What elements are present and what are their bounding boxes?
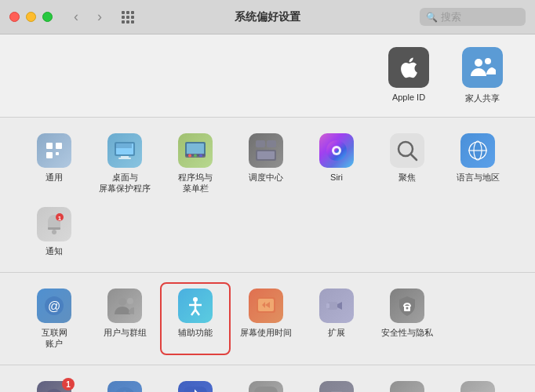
svg-line-42 xyxy=(195,310,199,315)
mission-control-label: 调度中心 xyxy=(249,172,283,183)
family-sharing-icon xyxy=(462,47,503,88)
siri-label: Siri xyxy=(330,172,343,183)
network-item[interactable]: 网络 xyxy=(89,375,160,392)
spotlight-icon xyxy=(390,133,424,168)
desktop-icon xyxy=(107,133,142,168)
svg-point-37 xyxy=(127,298,133,304)
minimize-button[interactable] xyxy=(26,12,36,22)
close-button[interactable] xyxy=(9,12,20,22)
svg-rect-9 xyxy=(121,156,129,158)
family-sharing-label: 家人共享 xyxy=(465,93,500,104)
software-update-item[interactable]: 1 软件更新 xyxy=(19,375,89,392)
svg-rect-20 xyxy=(257,151,275,159)
svg-point-36 xyxy=(118,298,126,306)
bluetooth-item[interactable]: 蓝牙 xyxy=(160,375,231,392)
spotlight-label: 聚焦 xyxy=(399,172,416,183)
main-content: Apple ID 家人共享 通用 xyxy=(0,34,535,392)
family-sharing-item[interactable]: 家人共享 xyxy=(455,47,510,104)
accessibility-item[interactable]: 辅助功能 xyxy=(160,282,231,356)
svg-rect-3 xyxy=(56,143,62,149)
extensions-label: 扩展 xyxy=(328,327,345,338)
apple-id-item[interactable]: Apple ID xyxy=(381,47,436,104)
users-groups-label: 用户与群组 xyxy=(104,327,147,338)
svg-line-25 xyxy=(411,154,417,160)
siri-icon xyxy=(319,133,354,168)
mission-control-item[interactable]: 调度中心 xyxy=(231,127,301,201)
search-input[interactable] xyxy=(441,11,519,23)
section-3: 1 软件更新 网络 蓝牙 声音 xyxy=(0,365,535,392)
internet-accounts-icon: @ xyxy=(37,289,71,323)
titlebar: ‹ › 系统偏好设置 🔍 xyxy=(0,0,535,34)
apple-id-icon xyxy=(388,47,429,88)
general-label: 通用 xyxy=(45,172,63,183)
language-label: 语言与地区 xyxy=(457,172,500,183)
sound-item[interactable]: 声音 xyxy=(231,375,301,392)
accessibility-icon xyxy=(178,289,213,323)
nav-buttons: ‹ › xyxy=(65,6,111,28)
svg-rect-46 xyxy=(326,303,329,308)
svg-point-16 xyxy=(199,154,202,158)
security-privacy-label: 安全性与隐私 xyxy=(381,327,433,338)
siri-item[interactable]: Siri xyxy=(301,127,372,201)
internet-accounts-item[interactable]: @ 互联网账户 xyxy=(19,282,89,356)
forward-button[interactable]: › xyxy=(89,6,111,28)
top-section: Apple ID 家人共享 xyxy=(0,34,535,118)
desktop-item[interactable]: 桌面与屏幕保护程序 xyxy=(89,127,160,201)
keyboard-item[interactable]: 键盘 xyxy=(372,375,442,392)
sound-icon xyxy=(249,381,283,392)
svg-rect-17 xyxy=(256,140,265,147)
trackpad-item[interactable]: 触控板 xyxy=(442,375,513,392)
svg-rect-18 xyxy=(267,140,276,147)
svg-text:@: @ xyxy=(48,299,60,313)
svg-point-1 xyxy=(485,58,491,64)
security-privacy-icon xyxy=(390,289,424,323)
general-item[interactable]: 通用 xyxy=(19,127,89,201)
keyboard-icon xyxy=(390,381,424,392)
users-groups-icon xyxy=(107,289,142,323)
extensions-icon xyxy=(319,289,354,323)
svg-point-49 xyxy=(45,389,64,392)
spotlight-item[interactable]: 聚焦 xyxy=(372,127,442,201)
svg-rect-2 xyxy=(46,143,53,149)
apple-logo-svg xyxy=(397,56,420,79)
grid-view-button[interactable] xyxy=(117,6,139,28)
icon-grid-1: 通用 桌面与屏幕保护程序 程序坞与菜单栏 调度中心 xyxy=(19,127,516,263)
screen-time-icon xyxy=(249,289,283,323)
icon-grid-2: @ 互联网账户 用户与群组 辅助功能 屏幕使用时间 xyxy=(19,282,516,356)
icon-grid-3: 1 软件更新 网络 蓝牙 声音 xyxy=(19,375,516,392)
language-item[interactable]: 语言与地区 xyxy=(442,127,513,201)
svg-rect-10 xyxy=(118,158,131,159)
trackpad-icon xyxy=(460,381,495,392)
users-groups-item[interactable]: 用户与群组 xyxy=(89,282,160,356)
dock-icon xyxy=(178,133,213,168)
svg-rect-55 xyxy=(254,387,278,392)
back-button[interactable]: ‹ xyxy=(65,6,87,28)
extensions-item[interactable]: 扩展 xyxy=(301,282,372,356)
bluetooth-icon xyxy=(178,381,213,392)
svg-point-14 xyxy=(188,154,191,158)
svg-rect-12 xyxy=(187,143,204,154)
svg-point-31 xyxy=(52,230,56,234)
notification-item[interactable]: 1 通知 xyxy=(19,201,89,263)
svg-rect-30 xyxy=(48,227,60,230)
notification-icon: 1 xyxy=(37,207,71,241)
svg-point-48 xyxy=(406,307,409,309)
screen-time-item[interactable]: 屏幕使用时间 xyxy=(231,282,301,356)
printer-scanner-item[interactable]: 打印机与扫描仪 xyxy=(301,375,372,392)
window-title: 系统偏好设置 xyxy=(235,10,300,24)
traffic-lights xyxy=(9,12,53,22)
svg-rect-5 xyxy=(56,152,59,155)
security-privacy-item[interactable]: 安全性与隐私 xyxy=(372,282,442,356)
svg-point-0 xyxy=(475,59,482,67)
general-icon xyxy=(37,133,71,168)
desktop-label: 桌面与屏幕保护程序 xyxy=(99,172,151,194)
language-icon xyxy=(460,133,495,168)
grid-dots-icon xyxy=(122,11,134,24)
search-box[interactable]: 🔍 xyxy=(420,8,526,26)
svg-point-38 xyxy=(193,297,198,302)
maximize-button[interactable] xyxy=(42,12,53,22)
dock-item[interactable]: 程序坞与菜单栏 xyxy=(160,127,231,201)
family-icon-svg xyxy=(469,54,496,81)
section-1: 通用 桌面与屏幕保护程序 程序坞与菜单栏 调度中心 xyxy=(0,118,535,273)
svg-rect-8 xyxy=(115,143,132,148)
